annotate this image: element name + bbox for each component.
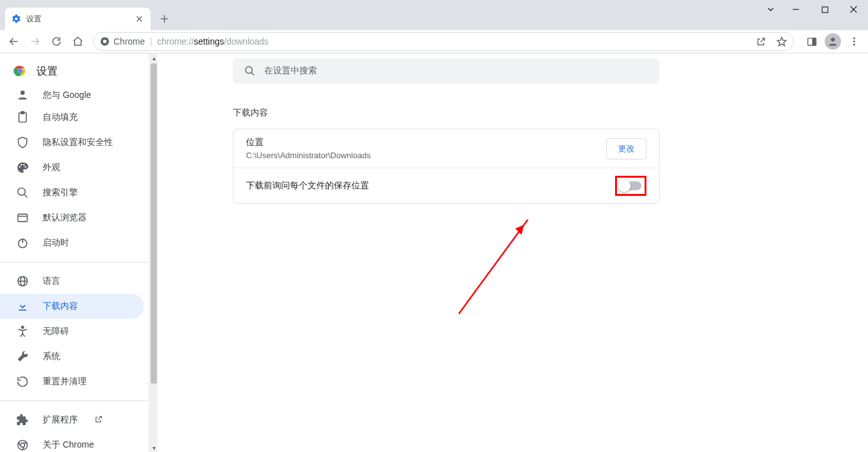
sidebar-item-label: 下载内容 bbox=[43, 301, 78, 312]
scroll-down-arrow[interactable]: ▾ bbox=[149, 443, 158, 452]
svg-point-37 bbox=[21, 326, 23, 328]
new-tab-button[interactable] bbox=[156, 10, 173, 28]
downloads-card: 位置 C:\Users\Administrator\Downloads 更改 下… bbox=[233, 129, 660, 204]
forward-button[interactable] bbox=[25, 31, 45, 51]
chrome-icon bbox=[16, 439, 29, 451]
sidebar-scrollbar[interactable]: ▴ ▾ bbox=[149, 53, 158, 452]
svg-rect-36 bbox=[19, 309, 26, 311]
close-tab-button[interactable] bbox=[134, 14, 144, 24]
svg-point-11 bbox=[103, 40, 107, 43]
location-path: C:\Users\Administrator\Downloads bbox=[246, 151, 606, 160]
sidebar-item-label: 自动填充 bbox=[43, 112, 78, 123]
menu-button[interactable] bbox=[844, 31, 864, 51]
svg-point-19 bbox=[853, 43, 855, 45]
settings-page: 设置 您与 Google自动填充隐私设置和安全性外观搜索引擎默认浏览器启动时语言… bbox=[0, 53, 868, 452]
power-icon bbox=[16, 237, 29, 249]
sidebar-item-search[interactable]: 搜索引擎 bbox=[0, 180, 144, 205]
svg-line-45 bbox=[459, 225, 524, 314]
search-icon bbox=[16, 186, 29, 199]
download-location-row: 位置 C:\Users\Administrator\Downloads 更改 bbox=[233, 129, 659, 168]
sidebar-item-label: 启动时 bbox=[43, 237, 69, 249]
reload-button[interactable] bbox=[46, 31, 67, 51]
sidebar-item-label: 扩展程序 bbox=[43, 414, 78, 426]
location-label: 位置 bbox=[246, 137, 606, 148]
svg-rect-5 bbox=[822, 7, 828, 13]
sidebar-item-label: 隐私设置和安全性 bbox=[43, 137, 113, 148]
svg-point-43 bbox=[245, 67, 252, 73]
restore-icon bbox=[16, 375, 29, 388]
sidebar-item-label: 默认浏览器 bbox=[43, 212, 87, 223]
shield-icon bbox=[16, 136, 29, 149]
sidebar-item-power[interactable]: 启动时 bbox=[0, 230, 144, 256]
browser-tab-active[interactable]: 设置 bbox=[5, 8, 151, 30]
sidebar-item-download[interactable]: 下载内容 bbox=[0, 294, 144, 319]
svg-rect-29 bbox=[18, 214, 28, 222]
svg-line-28 bbox=[24, 195, 28, 198]
share-button[interactable] bbox=[756, 36, 766, 47]
sidebar-divider bbox=[0, 401, 149, 401]
scrollbar-thumb[interactable] bbox=[151, 63, 157, 384]
gear-icon bbox=[11, 14, 21, 24]
tab-title: 设置 bbox=[26, 14, 134, 24]
url-prefix: Chrome bbox=[114, 36, 145, 46]
back-button[interactable] bbox=[4, 31, 24, 51]
sidebar-item-label: 语言 bbox=[43, 276, 60, 287]
svg-rect-15 bbox=[812, 38, 815, 45]
tab-search-button[interactable] bbox=[760, 0, 781, 19]
sidebar-item-autofill[interactable]: 自动填充 bbox=[0, 105, 144, 130]
scroll-up-arrow[interactable]: ▴ bbox=[149, 53, 158, 62]
sidebar-item-person[interactable]: 您与 Google bbox=[0, 86, 144, 105]
annotation-arrow bbox=[453, 213, 534, 320]
window-maximize-button[interactable] bbox=[810, 0, 839, 19]
annotation-highlight-box bbox=[615, 176, 646, 196]
search-icon bbox=[244, 65, 255, 77]
sidebar-item-wrench[interactable]: 系统 bbox=[0, 344, 144, 369]
svg-marker-12 bbox=[777, 37, 786, 45]
sidebar-divider bbox=[0, 262, 149, 262]
window-close-button[interactable] bbox=[839, 0, 868, 19]
extension-icon bbox=[16, 414, 29, 426]
sidebar-item-browser[interactable]: 默认浏览器 bbox=[0, 205, 144, 230]
download-icon bbox=[16, 300, 29, 313]
sidebar-item-label: 重置并清理 bbox=[43, 376, 87, 387]
browser-icon bbox=[16, 212, 29, 224]
ask-before-download-row: 下载前询问每个文件的保存位置 bbox=[233, 168, 659, 203]
url-text: chrome://settings/downloads bbox=[157, 36, 268, 46]
svg-point-23 bbox=[19, 70, 22, 73]
sidebar-item-globe[interactable]: 语言 bbox=[0, 269, 144, 294]
ask-before-download-toggle[interactable] bbox=[620, 181, 641, 190]
change-location-button[interactable]: 更改 bbox=[606, 138, 646, 159]
svg-point-27 bbox=[18, 188, 26, 196]
side-panel-button[interactable] bbox=[801, 31, 822, 51]
svg-line-47 bbox=[524, 220, 528, 225]
sidebar-item-label: 外观 bbox=[43, 162, 60, 173]
sidebar-item-chrome[interactable]: 关于 Chrome bbox=[0, 433, 144, 452]
accessibility-icon bbox=[16, 325, 29, 338]
sidebar-item-restore[interactable]: 重置并清理 bbox=[0, 369, 144, 394]
window-minimize-button[interactable] bbox=[781, 0, 810, 19]
svg-rect-26 bbox=[21, 112, 24, 114]
svg-point-17 bbox=[853, 37, 855, 39]
settings-title: 设置 bbox=[36, 64, 58, 78]
section-title: 下载内容 bbox=[233, 107, 868, 119]
svg-point-16 bbox=[831, 38, 835, 41]
sidebar-item-extension[interactable]: 扩展程序 bbox=[0, 407, 144, 433]
sidebar-item-palette[interactable]: 外观 bbox=[0, 155, 144, 180]
site-info-button[interactable]: Chrome bbox=[100, 36, 145, 46]
sidebar-item-shield[interactable]: 隐私设置和安全性 bbox=[0, 130, 144, 155]
external-link-icon bbox=[94, 415, 104, 425]
svg-marker-46 bbox=[515, 225, 524, 235]
home-button[interactable] bbox=[68, 31, 88, 51]
bookmark-button[interactable] bbox=[776, 36, 787, 47]
sidebar-item-label: 系统 bbox=[43, 351, 60, 362]
sidebar-item-label: 搜索引擎 bbox=[43, 187, 78, 198]
sidebar-item-label: 无障碍 bbox=[43, 326, 69, 337]
search-placeholder: 在设置中搜索 bbox=[264, 65, 317, 77]
profile-button[interactable] bbox=[823, 31, 843, 51]
settings-search-input[interactable]: 在设置中搜索 bbox=[233, 58, 660, 83]
browser-tab-strip: 设置 bbox=[0, 0, 868, 30]
chrome-logo-icon bbox=[13, 63, 28, 78]
sidebar-item-accessibility[interactable]: 无障碍 bbox=[0, 319, 144, 344]
settings-sidebar: 设置 您与 Google自动填充隐私设置和安全性外观搜索引擎默认浏览器启动时语言… bbox=[0, 53, 149, 452]
address-bar[interactable]: Chrome | chrome://settings/downloads bbox=[93, 32, 794, 51]
